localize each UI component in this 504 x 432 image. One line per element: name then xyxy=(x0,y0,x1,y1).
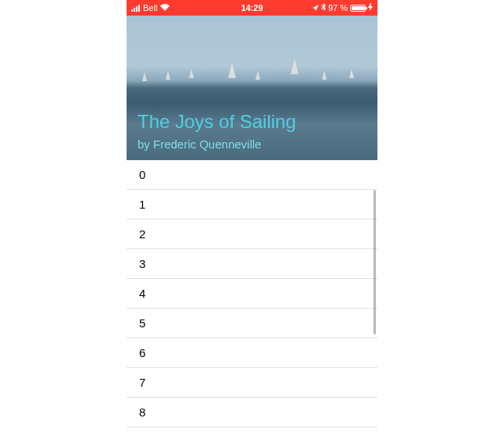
list-item-label: 8 xyxy=(139,405,145,419)
list-item-label: 1 xyxy=(139,198,145,211)
status-time: 14:29 xyxy=(241,3,263,12)
list-item[interactable]: 2 xyxy=(127,220,377,249)
location-icon xyxy=(313,3,319,12)
list-item[interactable]: 8 xyxy=(127,398,377,427)
list-item-label: 2 xyxy=(139,227,145,241)
page-title: The Joys of Sailing xyxy=(138,111,296,133)
list-item[interactable]: 4 xyxy=(127,279,377,309)
list-item[interactable]: 3 xyxy=(127,249,377,279)
wifi-icon xyxy=(160,4,170,12)
battery-percent: 97 % xyxy=(328,3,348,12)
phone-screen: Bell 14:29 97 % Th xyxy=(127,0,377,432)
carrier-label: Bell xyxy=(143,3,157,12)
list-item-label: 3 xyxy=(139,257,145,270)
table-view[interactable]: 0 1 2 3 4 5 6 7 8 xyxy=(127,160,377,432)
list-item[interactable]: 1 xyxy=(127,190,377,220)
signal-icon xyxy=(131,5,140,12)
list-item[interactable]: 6 xyxy=(127,338,377,368)
status-right: 97 % xyxy=(313,3,373,12)
list-item-label: 4 xyxy=(139,287,145,300)
header-image: The Joys of Sailing by Frederic Quennevi… xyxy=(127,16,377,160)
header-text: The Joys of Sailing by Frederic Quennevi… xyxy=(138,111,296,151)
author-label: by Frederic Quenneville xyxy=(138,137,296,151)
status-bar: Bell 14:29 97 % xyxy=(127,0,377,16)
bluetooth-icon xyxy=(321,3,326,12)
list-item-label: 6 xyxy=(139,346,145,359)
list-item[interactable]: 0 xyxy=(127,160,377,190)
list-item[interactable]: 7 xyxy=(127,368,377,398)
charging-icon xyxy=(368,3,373,12)
battery-icon xyxy=(350,5,366,12)
scroll-indicator[interactable] xyxy=(374,190,376,334)
list-item-label: 5 xyxy=(139,316,145,330)
list-item-label: 7 xyxy=(139,376,145,389)
list-item-label: 0 xyxy=(139,168,145,181)
status-left: Bell xyxy=(131,3,170,12)
list-item[interactable]: 5 xyxy=(127,309,377,338)
